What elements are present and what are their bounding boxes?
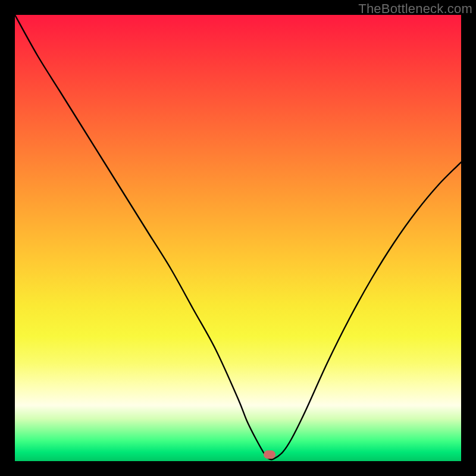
bottleneck-curve (15, 15, 461, 461)
attribution-text: TheBottleneck.com (358, 1, 472, 17)
chart-frame: TheBottleneck.com (0, 0, 476, 476)
plot-area (15, 15, 461, 461)
optimal-point-marker (264, 450, 275, 459)
curve-path (15, 15, 461, 459)
